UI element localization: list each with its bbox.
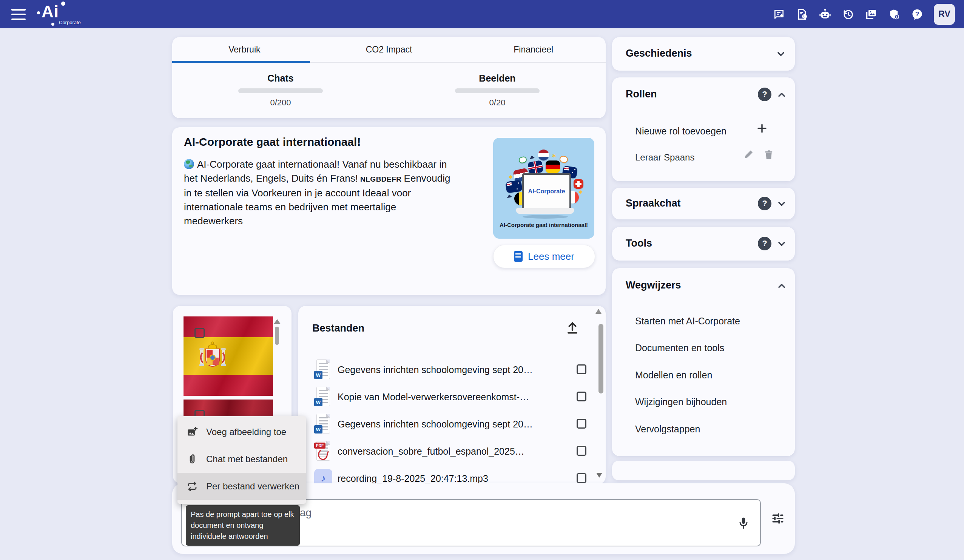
article-icon [514, 251, 523, 262]
usage-card: Verbruik CO2 Impact Financieel Chats 0/2… [172, 37, 606, 118]
chevron-up-icon[interactable] [775, 88, 788, 101]
chats-label: Chats [267, 73, 293, 84]
chevron-down-icon[interactable] [775, 238, 788, 251]
sidebar-footer-strip [612, 461, 795, 480]
chats-progressbar [238, 88, 323, 93]
file-checkbox[interactable] [576, 392, 586, 401]
upload-icon[interactable] [565, 320, 580, 335]
tab-co2-impact[interactable]: CO2 Impact [317, 37, 461, 62]
file-name: Gegevens inrichten schoolomgeving sept 2… [337, 365, 533, 375]
gear-yellow: ✱ [509, 174, 512, 180]
roles-help-icon[interactable]: ? [758, 88, 772, 101]
files-scroll-down[interactable] [596, 473, 602, 478]
file-checkbox[interactable] [576, 419, 586, 428]
tune-settings-icon[interactable] [771, 511, 785, 526]
history-icon[interactable] [842, 8, 855, 21]
menu-item-process-per-file[interactable]: Per bestand verwerken [177, 473, 306, 500]
files-scroll-up[interactable] [596, 309, 601, 314]
mic-icon[interactable] [737, 515, 750, 531]
menu-item-label: Chat met bestanden [206, 454, 288, 464]
menu-item-add-image[interactable]: Voeg afbeelding toe [177, 418, 306, 446]
guide-link-wijzigingen[interactable]: Wijzigingen bijhouden [635, 394, 727, 409]
privacy-shield-icon[interactable] [888, 8, 900, 21]
new-chat-icon[interactable] [773, 8, 785, 21]
bot-icon[interactable] [819, 8, 832, 21]
gallery-scroll-up[interactable] [274, 319, 280, 324]
guide-link-documenten[interactable]: Documenten en tools [635, 340, 724, 355]
paperclip-icon [187, 454, 198, 465]
logo-subtext: Corporate [59, 20, 81, 25]
tab-verbruik[interactable]: Verbruik [172, 37, 317, 62]
add-image-icon [187, 427, 198, 438]
repeat-icon [187, 481, 198, 492]
logo-dot [37, 11, 40, 15]
file-row[interactable]: ♪ recording_19-8-2025_20:47:13.mp3 [298, 466, 597, 484]
chevron-up-icon[interactable] [775, 280, 788, 292]
role-item[interactable]: Leraar Spaans [635, 152, 694, 163]
app-root: Ai Corporate [0, 0, 964, 560]
add-role-button[interactable]: Nieuwe rol toevoegen [635, 126, 726, 137]
read-more-button[interactable]: Lees meer [493, 245, 595, 268]
avatar[interactable]: RV [934, 4, 955, 25]
laptop-screen-label: AI-Corporate [528, 188, 565, 195]
file-checkbox[interactable] [576, 473, 586, 483]
file-checkbox[interactable] [576, 446, 586, 456]
top-bar: Ai Corporate [0, 0, 964, 28]
guide-link-modellen[interactable]: Modellen en rollen [635, 368, 712, 383]
flag-australia-2 [505, 180, 523, 193]
file-row[interactable]: W Gegevens inrichten schoolomgeving sept… [298, 412, 597, 436]
chats-value: 0/200 [270, 98, 291, 107]
book-orange [559, 155, 569, 163]
news-illustration: ✱ ✱ ✱ AI-Corporate AI-Corporate gaat int… [493, 138, 594, 239]
voice-chat-card[interactable]: Spraakchat ? [612, 188, 795, 220]
audio-file-icon: ♪ [314, 469, 332, 484]
laptop-shadow [523, 215, 568, 219]
trash-icon[interactable] [763, 149, 774, 162]
pdf-file-icon: PDF [314, 441, 331, 461]
svg-text:?: ? [915, 10, 920, 18]
grad-cap [506, 194, 512, 198]
voice-transcript-icon[interactable] [796, 8, 808, 21]
tools-card[interactable]: Tools ? [612, 227, 795, 260]
voice-help-icon[interactable]: ? [758, 197, 772, 210]
file-name: recording_19-8-2025_20:47:13.mp3 [337, 473, 488, 484]
usage-tabs: Verbruik CO2 Impact Financieel [172, 37, 606, 63]
tab-label: Financieel [513, 44, 553, 55]
media-library-icon[interactable] [865, 8, 878, 21]
topbar-actions: ? RV [773, 0, 955, 28]
guide-link-vervolgstappen[interactable]: Vervolgstappen [635, 422, 700, 436]
tab-label: CO2 Impact [366, 44, 412, 55]
pdf-badge: PDF [314, 443, 326, 449]
tools-help-icon[interactable]: ? [758, 237, 772, 251]
file-row[interactable]: W Gegevens inrichten schoolomgeving sept… [298, 358, 597, 382]
chevron-down-icon[interactable] [774, 47, 787, 60]
gallery-scrollbar-thumb[interactable] [275, 327, 279, 345]
question-glyph: ? [762, 239, 767, 249]
help-icon[interactable]: ? [911, 8, 923, 21]
menu-item-chat-with-files[interactable]: Chat met bestanden [177, 446, 306, 473]
menu-icon[interactable] [11, 9, 26, 20]
grad-cap [529, 155, 535, 160]
app-logo[interactable]: Ai Corporate [36, 2, 93, 27]
menu-item-label: Per bestand verwerken [206, 481, 300, 492]
chevron-down-icon[interactable] [775, 197, 788, 210]
edit-pencil-icon[interactable] [744, 149, 755, 162]
roles-title: Rollen [626, 88, 657, 100]
tab-financieel[interactable]: Financieel [461, 37, 606, 62]
file-checkbox[interactable] [576, 365, 586, 374]
files-scrollbar-thumb[interactable] [599, 324, 603, 394]
menu-item-label: Voeg afbeelding toe [206, 427, 286, 437]
usage-meters: Chats 0/200 Beelden 0/20 [172, 62, 606, 118]
file-row[interactable]: W Kopie van Model-verwerkersovereenkomst… [298, 385, 597, 409]
file-row[interactable]: PDF conversacion_sobre_futbol_espanol_20… [298, 439, 597, 463]
history-title: Geschiedenis [626, 47, 692, 59]
image-checkbox[interactable] [194, 328, 205, 338]
plus-icon[interactable] [756, 122, 769, 136]
news-card: AI-Corporate gaat internationaal! AI-Cor… [172, 127, 606, 295]
history-card[interactable]: Geschiedenis [612, 37, 795, 71]
files-card: Bestanden W Gegevens inrichten schoolomg… [298, 306, 606, 484]
file-name: conversacion_sobre_futbol_espanol_2025… [337, 446, 524, 457]
book-green [518, 156, 527, 164]
logo-dot [61, 2, 65, 6]
guide-link-starten[interactable]: Starten met AI-Corporate [635, 313, 740, 329]
